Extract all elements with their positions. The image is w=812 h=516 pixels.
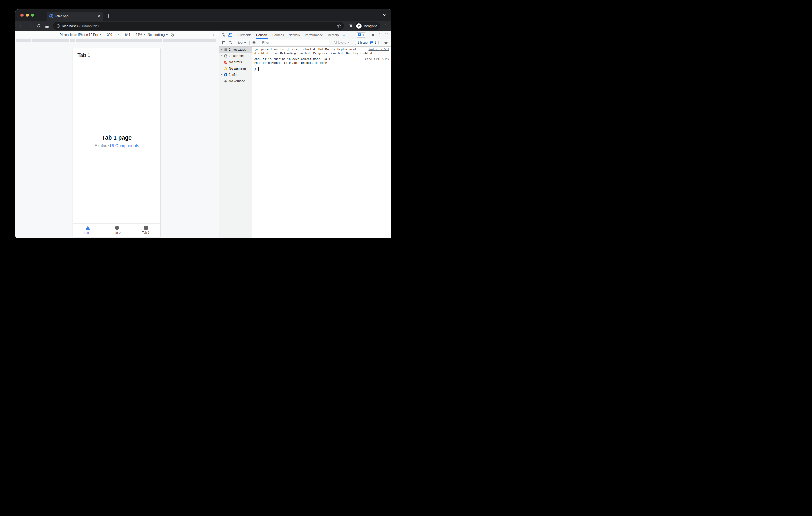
sidebar-item-label: No verbose [229, 79, 245, 83]
chevron-down-icon [143, 34, 145, 35]
expander-icon[interactable] [220, 49, 222, 51]
rotate-device-icon [170, 33, 174, 37]
plus-icon [107, 14, 110, 18]
app-tab-label: Tab 3 [142, 231, 150, 235]
new-tab-button[interactable] [105, 12, 112, 20]
incognito-icon [356, 23, 361, 29]
home-icon [45, 24, 49, 28]
address-bar[interactable]: localhost:4200/tabs/tab1 [53, 22, 344, 30]
app-page-title: Tab 1 page [73, 134, 161, 141]
media-query-ruler[interactable] [16, 38, 219, 42]
source-link[interactable]: index.js:551 [369, 48, 389, 52]
forward-button[interactable] [26, 22, 34, 30]
tab-elements[interactable]: Elements [236, 31, 254, 39]
tab-sources[interactable]: Sources [270, 31, 286, 39]
log-levels-select[interactable]: All levels [332, 41, 351, 44]
device-select[interactable]: Dimensions: iPhone 12 Pro [60, 33, 102, 37]
kebab-menu-icon [212, 32, 215, 36]
bookmark-star-icon[interactable] [337, 24, 341, 28]
browser-menu-button[interactable] [381, 22, 389, 30]
inspect-element-button[interactable] [220, 32, 227, 38]
console-settings-button[interactable] [382, 39, 389, 46]
console-filter-input[interactable] [260, 40, 329, 45]
user-icon [224, 54, 228, 58]
tab-console[interactable]: Console [254, 31, 270, 39]
tab-memory[interactable]: Memory [325, 31, 341, 39]
sidebar-item-user-messages[interactable]: 2 user mes… [219, 53, 252, 59]
more-tabs-button[interactable]: » [341, 33, 346, 37]
device-viewport: Tab 1 Tab 1 page Explore UI Components [73, 48, 161, 237]
window-minimize-button[interactable] [26, 13, 29, 17]
message-text: Angular is running in development mode. … [254, 57, 330, 65]
ellipse-icon [115, 225, 119, 230]
app-tab-label: Tab 1 [84, 231, 92, 235]
window-close-button[interactable] [21, 13, 24, 17]
devtools-settings-button[interactable] [369, 32, 376, 38]
url-text: localhost:4200/tabs/tab1 [62, 24, 337, 28]
console-message: index.js:551[webpack-dev-server] Server … [252, 47, 392, 56]
clear-console-button[interactable] [227, 39, 234, 46]
tab-performance[interactable]: Performance [302, 31, 325, 39]
gear-icon [384, 41, 388, 45]
issues-counter-button[interactable]: 1 [356, 32, 366, 38]
sidebar-item-verbose[interactable]: No verbose [219, 78, 252, 84]
tab-close-icon[interactable] [97, 14, 101, 18]
square-icon [144, 226, 148, 230]
device-toolbar-menu-button[interactable] [212, 32, 215, 37]
expander-icon[interactable] [220, 74, 222, 76]
tab-network[interactable]: Network [286, 31, 302, 39]
device-width-input[interactable] [104, 32, 115, 37]
device-emulation-pane: Dimensions: iPhone 12 Pro × 84% No throt… [16, 31, 219, 238]
zoom-select[interactable]: 84% [136, 33, 145, 37]
sidebar-item-label: No warnings [229, 67, 246, 70]
console-prompt[interactable] [252, 66, 392, 72]
error-icon [224, 60, 228, 64]
app-subtitle: Explore UI Components [73, 144, 161, 148]
window-zoom-button[interactable] [31, 13, 34, 17]
verbose-bug-icon [224, 79, 228, 83]
incognito-badge: Incognito [355, 22, 380, 30]
home-button[interactable] [43, 22, 51, 30]
side-panel-icon [348, 24, 352, 28]
expander-icon[interactable] [220, 55, 222, 57]
console-sidebar-icon [222, 41, 226, 45]
inspect-cursor-icon [221, 33, 226, 37]
sidebar-item-errors[interactable]: No errors [219, 59, 252, 65]
tab-search-button[interactable] [382, 9, 387, 21]
javascript-context-select[interactable]: top [236, 41, 248, 44]
reload-button[interactable] [35, 22, 42, 30]
dimension-separator: × [118, 33, 120, 37]
app-tab-1[interactable]: Tab 1 [73, 224, 102, 237]
issues-button[interactable]: 1 Issue: 1 [355, 40, 379, 45]
site-info-icon[interactable] [56, 24, 60, 28]
devtools-close-button[interactable] [383, 32, 390, 38]
chevron-down-icon [166, 34, 168, 35]
app-tab-2[interactable]: Tab 2 [102, 224, 131, 237]
issues-bubble-icon [358, 33, 361, 37]
remote-page-area: Tab 1 Tab 1 page Explore UI Components [16, 42, 219, 238]
sidebar-item-warnings[interactable]: No warnings [219, 65, 252, 72]
warning-icon [224, 67, 228, 70]
app-tab-3[interactable]: Tab 3 [131, 224, 161, 237]
sidebar-item-info[interactable]: 2 info [219, 72, 252, 78]
devtools-menu-button[interactable] [376, 32, 383, 38]
side-panel-button[interactable] [347, 22, 354, 30]
back-button[interactable] [18, 22, 25, 30]
device-height-input[interactable] [122, 32, 134, 37]
source-link[interactable]: core.mjs:25449 [365, 57, 389, 61]
triangle-icon [86, 226, 90, 230]
back-arrow-icon [20, 24, 24, 28]
throttling-select[interactable]: No throttling [148, 33, 168, 37]
console-prompt-icon [254, 68, 257, 70]
toggle-device-toolbar-button[interactable] [227, 32, 234, 38]
kebab-menu-icon [378, 33, 381, 37]
issues-count: 1 [374, 41, 376, 44]
browser-tab-ionic-app[interactable]: Ionic App [47, 12, 103, 21]
divider [381, 40, 381, 45]
toggle-console-sidebar-button[interactable] [220, 39, 227, 46]
sidebar-item-messages[interactable]: 2 messages [219, 47, 252, 53]
rotate-button[interactable] [170, 33, 174, 37]
console-log-area[interactable]: index.js:551[webpack-dev-server] Server … [252, 47, 392, 238]
live-expression-button[interactable] [251, 39, 257, 46]
ui-components-link[interactable]: UI Components [110, 144, 139, 148]
